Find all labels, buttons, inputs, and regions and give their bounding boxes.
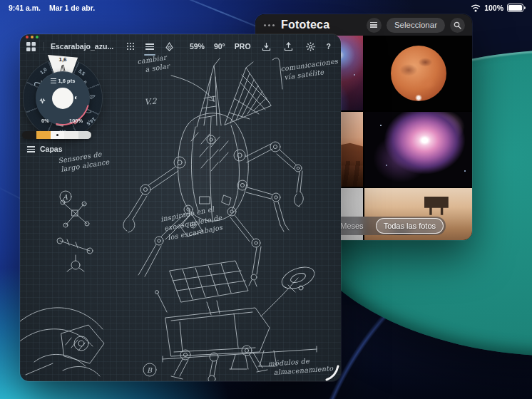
wifi-icon xyxy=(471,4,481,12)
window-menu-ellipsis-icon[interactable] xyxy=(264,24,275,26)
battery-icon xyxy=(507,4,523,12)
swatch-black[interactable] xyxy=(22,131,36,139)
settings-button[interactable] xyxy=(305,40,317,53)
import-button[interactable] xyxy=(260,40,273,53)
swatch-gray[interactable] xyxy=(78,131,91,139)
tool-wheel[interactable]: 1,6 1,0 5,5 14,5 6,0 1,6 pts xyxy=(24,59,102,138)
opacity-max-label: 100% xyxy=(69,118,83,124)
status-bar: 9:41 a.m. Mar 1 de abr. 100% xyxy=(0,0,532,16)
battery-percent: 100% xyxy=(484,4,503,12)
marker-letter-b: B xyxy=(147,366,153,374)
precision-button[interactable] xyxy=(124,40,137,53)
settings-gear-icon xyxy=(306,42,315,51)
import-icon xyxy=(262,42,271,51)
gallery-button[interactable] xyxy=(24,40,37,53)
document-title[interactable]: Escarabajo_azu... xyxy=(51,42,112,51)
pro-badge[interactable]: PRO xyxy=(235,42,251,51)
layers-label: Capas xyxy=(40,145,63,153)
opacity-icon: ◐ xyxy=(74,93,78,101)
precision-grid-icon xyxy=(126,42,135,51)
pressure-icon xyxy=(39,95,46,108)
marker-letter-a: A xyxy=(62,193,68,201)
active-tool-size: 1,6 xyxy=(58,56,66,63)
swatch-white-selected[interactable] xyxy=(51,131,64,139)
stroke-width-icon xyxy=(51,78,56,83)
export-icon xyxy=(284,42,293,51)
photo-thumbnail-orion-nebula[interactable] xyxy=(364,112,472,187)
opacity-min-label: 0% xyxy=(41,118,49,124)
status-time: 9:41 a.m. xyxy=(9,4,41,12)
photo-thumbnail-mars-planet[interactable] xyxy=(364,36,472,110)
help-button[interactable]: ? xyxy=(327,42,331,51)
status-date: Mar 1 de abr. xyxy=(49,4,95,12)
gallery-icon xyxy=(26,42,36,51)
stroke-width-readout: 1,6 pts xyxy=(36,78,90,84)
layers-button[interactable]: Capas xyxy=(27,145,63,153)
photos-header: Fototeca Seleccionar xyxy=(255,14,472,36)
sketch-window: cambiar a solar comunicaciones vía satél… xyxy=(20,34,341,381)
selection-button[interactable] xyxy=(163,40,175,53)
annotation-text: V.2 xyxy=(144,96,158,107)
search-button[interactable] xyxy=(450,18,465,33)
photos-app-title: Fototeca xyxy=(281,19,329,31)
sketch-toolbar: Escarabajo_azu... 59% 90° PRO xyxy=(20,38,341,54)
export-button[interactable] xyxy=(282,40,295,53)
filter-button[interactable] xyxy=(367,18,382,33)
select-button[interactable]: Seleccionar xyxy=(387,18,445,33)
tool-sets-button[interactable] xyxy=(143,40,156,53)
swatch-offwhite[interactable] xyxy=(64,131,78,139)
color-swatch-bar xyxy=(22,131,91,139)
selection-nib-icon xyxy=(165,42,174,51)
swatch-amber[interactable] xyxy=(36,131,51,139)
layers-icon xyxy=(27,146,35,152)
zoom-level[interactable]: 59% xyxy=(190,42,205,51)
filter-lines-icon xyxy=(370,22,377,28)
rotation-value[interactable]: 90° xyxy=(214,42,225,51)
divider xyxy=(44,42,44,51)
tool-wheel-center-color[interactable] xyxy=(52,88,73,109)
magnifier-icon xyxy=(454,21,461,29)
zoom-option-months[interactable]: Meses xyxy=(340,222,363,230)
zoom-option-all-photos[interactable]: Todas las fotos xyxy=(376,218,444,234)
stroke-width-value: 1,6 pts xyxy=(58,78,76,84)
tool-sets-icon xyxy=(145,43,154,50)
